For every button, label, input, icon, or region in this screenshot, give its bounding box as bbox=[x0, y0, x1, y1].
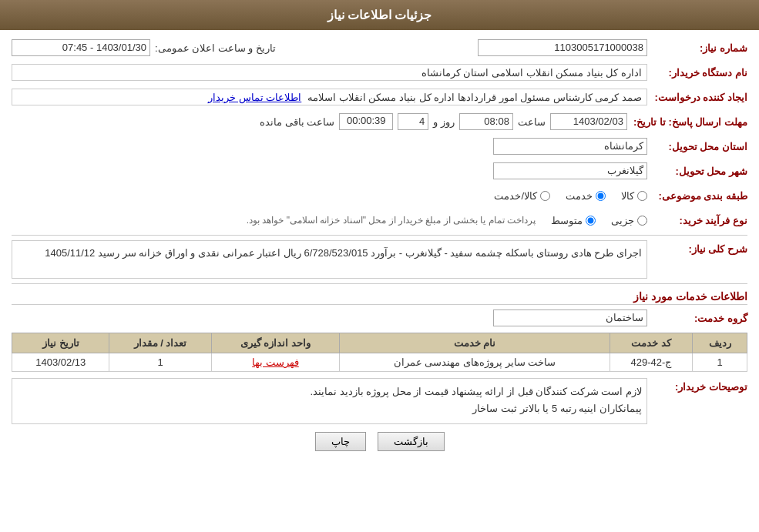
service-group-label: گروه خدمت: bbox=[647, 313, 747, 324]
separator-1 bbox=[12, 235, 747, 236]
category-kala-radio[interactable] bbox=[637, 191, 647, 201]
need-number-row: شماره نیاز: 1103005171000038 تاریخ و ساع… bbox=[12, 38, 747, 58]
table-row: 1 ج-42-429 ساخت سایر پروژه‌های مهندسی عم… bbox=[12, 353, 747, 372]
description-value: اجرای طرح هادی روستای باسکله چشمه سفید -… bbox=[12, 240, 647, 279]
col-header-unit: واحد اندازه گیری bbox=[211, 333, 340, 353]
process-note: پرداخت تمام یا بخشی از مبلغ خریدار از مح… bbox=[247, 215, 536, 226]
cell-name-1: ساخت سایر پروژه‌های مهندسی عمران bbox=[340, 353, 610, 372]
page-header: جزئیات اطلاعات نیاز bbox=[0, 0, 759, 30]
remaining-label: ساعت باقی مانده bbox=[260, 116, 334, 128]
service-group-value: ساختمان bbox=[493, 309, 647, 326]
send-deadline-row: مهلت ارسال پاسخ: تا تاریخ: 1403/02/03 سا… bbox=[12, 112, 747, 132]
cell-date-1: 1403/02/13 bbox=[12, 353, 109, 372]
col-header-name: نام خدمت bbox=[340, 333, 610, 353]
category-kala-khadamat-item[interactable]: کالا/خدمت bbox=[494, 190, 550, 202]
deadline-fields: 1403/02/03 ساعت 08:08 روز و 4 00:00:39 س… bbox=[260, 113, 627, 130]
buyer-notes-row: توصیحات خریدار: لازم است شرکت کنندگان قب… bbox=[12, 378, 747, 424]
col-header-code: کد خدمت bbox=[610, 333, 693, 353]
buyer-notes-line1: لازم است شرکت کنندگان قبل از ارائه پیشنه… bbox=[17, 383, 642, 400]
response-days: 4 bbox=[398, 113, 428, 130]
time-label: ساعت bbox=[518, 116, 546, 128]
category-kala-label: کالا bbox=[621, 190, 634, 202]
col-header-date: تاریخ نیاز bbox=[12, 333, 109, 353]
col-header-qty: تعداد / مقدار bbox=[109, 333, 211, 353]
category-kala-khadamat-radio[interactable] bbox=[540, 191, 550, 201]
creator-value: صمد کرمی کارشناس مسئول امور قراردادها اد… bbox=[12, 89, 647, 105]
service-group-row: گروه خدمت: ساختمان bbox=[12, 308, 747, 328]
city-value: گیلانغرب bbox=[493, 162, 647, 179]
buyer-notes-line2: پیمانکاران اینیه رتبه 5 یا بالاتر ثبت سا… bbox=[17, 400, 642, 417]
category-kala-khadamat-label: کالا/خدمت bbox=[494, 190, 537, 202]
creator-text: صمد کرمی کارشناس مسئول امور قراردادها اد… bbox=[307, 92, 642, 103]
province-row: استان محل تحویل: کرمانشاه bbox=[12, 136, 747, 156]
creator-label: ایجاد کننده درخواست: bbox=[647, 92, 747, 103]
cell-unit-1[interactable]: فهرست بها bbox=[211, 353, 340, 372]
days-label: روز و bbox=[433, 116, 455, 128]
process-motavaset-label: متوسط bbox=[551, 215, 583, 226]
response-date: 1403/02/03 bbox=[550, 113, 627, 130]
response-remaining: 00:00:39 bbox=[339, 113, 393, 130]
cell-code-1: ج-42-429 bbox=[610, 353, 693, 372]
back-button[interactable]: بازگشت bbox=[378, 432, 445, 451]
province-value: کرمانشاه bbox=[493, 138, 647, 155]
buyer-name-value: اداره کل بنیاد مسکن انقلاب اسلامی استان … bbox=[12, 64, 647, 81]
buyer-notes-content: لازم است شرکت کنندگان قبل از ارائه پیشنه… bbox=[12, 378, 647, 424]
process-row: نوع فرآیند خرید: جزیی متوسط پرداخت تمام … bbox=[12, 210, 747, 230]
process-motavaset-item[interactable]: متوسط bbox=[551, 215, 596, 226]
creator-row: ایجاد کننده درخواست: صمد کرمی کارشناس مس… bbox=[12, 87, 747, 107]
need-number-label: شماره نیاز: bbox=[647, 42, 747, 54]
announce-date-value: 1403/01/30 - 07:45 bbox=[12, 39, 150, 56]
spacer-1 bbox=[12, 372, 747, 378]
category-khadamat-item[interactable]: خدمت bbox=[566, 190, 606, 202]
col-header-row: ردیف bbox=[693, 333, 747, 353]
need-number-value: 1103005171000038 bbox=[478, 39, 647, 56]
city-row: شهر محل تحویل: گیلانغرب bbox=[12, 161, 747, 181]
category-row: طبقه بندی موضوعی: کالا خدمت کالا/خدمت bbox=[12, 186, 747, 206]
process-radio-group: جزیی متوسط پرداخت تمام یا بخشی از مبلغ خ… bbox=[247, 215, 647, 226]
buyer-name-row: نام دستگاه خریدار: اداره کل بنیاد مسکن ا… bbox=[12, 62, 747, 82]
description-label: شرح کلی نیاز: bbox=[647, 240, 747, 255]
creator-link[interactable]: اطلاعات تماس خریدار bbox=[208, 92, 301, 103]
button-row: بازگشت چاپ bbox=[12, 432, 747, 459]
category-kala-item[interactable]: کالا bbox=[621, 190, 647, 202]
page-content: شماره نیاز: 1103005171000038 تاریخ و ساع… bbox=[0, 30, 759, 467]
category-khadamat-radio[interactable] bbox=[596, 191, 606, 201]
announce-date-label: تاریخ و ساعت اعلان عمومی: bbox=[155, 42, 276, 54]
process-motavaset-radio[interactable] bbox=[586, 216, 596, 226]
buyer-notes-label: توصیحات خریدار: bbox=[647, 378, 747, 393]
response-time: 08:08 bbox=[459, 113, 513, 130]
category-khadamat-label: خدمت bbox=[566, 190, 593, 202]
table-header-row: ردیف کد خدمت نام خدمت واحد اندازه گیری ت… bbox=[12, 333, 747, 353]
send-deadline-label: مهلت ارسال پاسخ: تا تاریخ: bbox=[627, 116, 747, 128]
category-radio-group: کالا خدمت کالا/خدمت bbox=[494, 190, 647, 202]
city-label: شهر محل تحویل: bbox=[647, 166, 747, 177]
services-section-title: اطلاعات خدمات مورد نیاز bbox=[12, 290, 747, 305]
process-jozee-radio[interactable] bbox=[637, 216, 647, 226]
page-wrapper: جزئیات اطلاعات نیاز شماره نیاز: 11030051… bbox=[0, 0, 759, 532]
services-table: ردیف کد خدمت نام خدمت واحد اندازه گیری ت… bbox=[12, 333, 747, 372]
category-label: طبقه بندی موضوعی: bbox=[647, 190, 747, 202]
print-button[interactable]: چاپ bbox=[315, 432, 366, 451]
cell-qty-1: 1 bbox=[109, 353, 211, 372]
province-label: استان محل تحویل: bbox=[647, 141, 747, 152]
process-jozee-label: جزیی bbox=[611, 215, 634, 226]
cell-row-1: 1 bbox=[693, 353, 747, 372]
page-title: جزئیات اطلاعات نیاز bbox=[327, 8, 432, 22]
buyer-name-label: نام دستگاه خریدار: bbox=[647, 67, 747, 79]
separator-2 bbox=[12, 283, 747, 284]
process-label: نوع فرآیند خرید: bbox=[647, 215, 747, 226]
process-jozee-item[interactable]: جزیی bbox=[611, 215, 647, 226]
description-row: شرح کلی نیاز: اجرای طرح هادی روستای باسک… bbox=[12, 240, 747, 279]
